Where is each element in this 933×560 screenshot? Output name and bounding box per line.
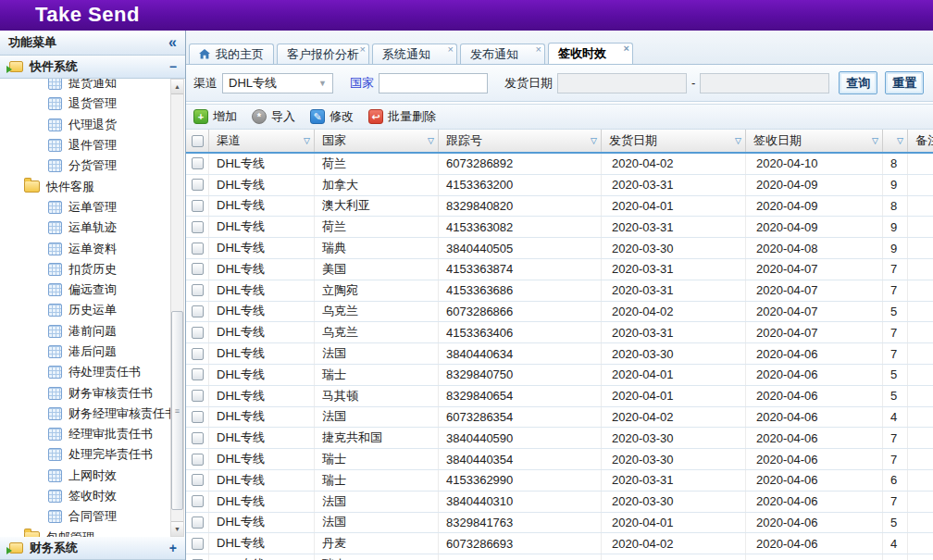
- row-checkbox[interactable]: [192, 411, 204, 423]
- column-header-ship[interactable]: 发货日期: [602, 130, 746, 152]
- row-checkbox[interactable]: [192, 284, 204, 296]
- collapse-section-icon[interactable]: −: [169, 59, 177, 74]
- sidebar-item[interactable]: 合同管理: [0, 506, 185, 527]
- tab-item[interactable]: 我的主页: [189, 44, 274, 64]
- table-row[interactable]: DHL专线法国83298417632020-04-012020-04-065: [186, 513, 933, 534]
- row-checkbox[interactable]: [192, 327, 204, 339]
- row-checkbox[interactable]: [192, 157, 204, 169]
- sidebar-item[interactable]: 财务经理审核责任书: [0, 404, 185, 424]
- sidebar-item[interactable]: 退件管理: [0, 135, 185, 156]
- table-row[interactable]: DHL专线加拿大41533632002020-03-312020-04-099: [186, 175, 933, 196]
- search-button[interactable]: 查询: [839, 71, 877, 94]
- table-row[interactable]: DHL专线瑞典38404405052020-03-302020-04-089: [186, 238, 933, 259]
- column-header-channel[interactable]: 渠道: [209, 130, 315, 152]
- close-tab-icon[interactable]: ×: [448, 44, 454, 55]
- sidebar-item[interactable]: 上网时效: [0, 466, 185, 486]
- row-checkbox[interactable]: [192, 432, 204, 444]
- close-tab-icon[interactable]: ×: [624, 44, 629, 54]
- row-checkbox[interactable]: [192, 348, 204, 360]
- sidebar-item[interactable]: 包邮管理: [0, 528, 185, 537]
- row-checkbox[interactable]: [192, 538, 204, 550]
- table-row[interactable]: DHL专线荷兰41533630822020-03-312020-04-099: [186, 217, 933, 238]
- table-row[interactable]: DHL专线澳大利亚83298408202020-04-012020-04-098: [186, 196, 933, 218]
- sidebar-item[interactable]: 快件客服: [0, 176, 185, 196]
- table-row[interactable]: DHL专线捷克共和国38404405902020-03-302020-04-06…: [186, 428, 933, 449]
- sidebar-item[interactable]: 运单轨迹: [0, 218, 185, 238]
- table-row[interactable]: DHL专线法国38404403102020-03-302020-04-067: [186, 492, 933, 513]
- accordion-express-system[interactable]: 快件系统 −: [0, 56, 185, 79]
- expand-section-icon[interactable]: +: [169, 541, 177, 555]
- ship-date-to-input[interactable]: [700, 73, 829, 93]
- sidebar-item[interactable]: 历史运单: [0, 300, 185, 320]
- edit-button[interactable]: ✎修改: [310, 108, 354, 125]
- column-header-sign[interactable]: 签收日期: [746, 130, 883, 152]
- table-row[interactable]: DHL专线瑞士38404403542020-03-302020-04-067: [186, 449, 933, 470]
- table-row[interactable]: DHL专线乌克兰41533634062020-03-312020-04-077: [186, 322, 933, 343]
- sidebar-item[interactable]: 偏远查询: [0, 280, 185, 300]
- column-header-label: 跟踪号: [446, 132, 482, 149]
- row-checkbox[interactable]: [192, 474, 204, 486]
- close-tab-icon[interactable]: ×: [360, 44, 366, 55]
- reset-button[interactable]: 重置: [885, 71, 924, 94]
- sidebar-item[interactable]: 运单管理: [0, 197, 185, 218]
- import-button[interactable]: *导入: [252, 108, 295, 125]
- sidebar-item[interactable]: 财务审核责任书: [0, 382, 185, 403]
- select-all-checkbox[interactable]: [192, 135, 204, 147]
- table-row[interactable]: DHL专线荷兰60732868922020-04-022020-04-108: [186, 154, 933, 175]
- column-header-days[interactable]: [883, 130, 908, 152]
- scroll-down-icon[interactable]: ▼: [171, 521, 183, 536]
- sidebar-item[interactable]: 提货通知: [0, 79, 185, 93]
- column-header-tracking[interactable]: 跟踪号: [439, 130, 602, 152]
- channel-select[interactable]: DHL专线 ▼: [222, 73, 333, 93]
- add-button[interactable]: +增加: [193, 108, 237, 125]
- sidebar-item[interactable]: 签收时效: [0, 486, 185, 506]
- sidebar-item[interactable]: 经理审批责任书: [0, 424, 185, 444]
- row-checkbox[interactable]: [192, 368, 204, 380]
- cell-sign: 2020-04-09: [746, 175, 883, 195]
- sidebar-item[interactable]: 待处理责任书: [0, 362, 185, 382]
- row-checkbox[interactable]: [192, 305, 204, 317]
- table-row[interactable]: DHL专线法国38404406342020-03-302020-04-067: [186, 343, 933, 365]
- table-row[interactable]: DHL专线瑞士83298407502020-04-012020-04-065: [186, 365, 933, 386]
- sidebar-item[interactable]: 分货管理: [0, 156, 185, 176]
- tab-item[interactable]: 客户报价分析×: [277, 44, 369, 64]
- table-row[interactable]: DHL专线美国41533638742020-03-312020-04-077: [186, 259, 933, 280]
- tab-item[interactable]: 发布通知×: [460, 44, 545, 64]
- table-row[interactable]: DHL专线乌克兰60732868662020-04-022020-04-075: [186, 302, 933, 323]
- row-checkbox[interactable]: [192, 179, 204, 191]
- scroll-up-icon[interactable]: ▲: [171, 80, 183, 94]
- accordion-finance-system[interactable]: 财务系统 +: [0, 537, 185, 560]
- row-checkbox[interactable]: [192, 495, 204, 507]
- table-row[interactable]: DHL专线立陶宛41533636862020-03-312020-04-077: [186, 280, 933, 302]
- country-input[interactable]: [379, 73, 488, 93]
- sidebar-item[interactable]: 港后问题: [0, 342, 185, 362]
- row-checkbox[interactable]: [192, 516, 204, 529]
- row-checkbox[interactable]: [192, 454, 204, 466]
- sidebar-item[interactable]: 处理完毕责任书: [0, 444, 185, 465]
- scrollbar-thumb[interactable]: ≡: [171, 311, 183, 510]
- row-checkbox[interactable]: [192, 243, 204, 255]
- row-checkbox[interactable]: [192, 390, 204, 402]
- row-checkbox[interactable]: [192, 200, 204, 212]
- table-row[interactable]: DHL专线马其顿83298406542020-04-012020-04-065: [186, 386, 933, 407]
- sidebar-item[interactable]: 港前问题: [0, 321, 185, 342]
- close-tab-icon[interactable]: ×: [536, 44, 541, 55]
- table-row[interactable]: DHL专线丹麦60732866932020-04-022020-04-064: [186, 533, 933, 554]
- sidebar-item[interactable]: 运单资料: [0, 238, 185, 258]
- sidebar-item[interactable]: 代理退货: [0, 115, 185, 135]
- sidebar-item[interactable]: 退货管理: [0, 93, 185, 114]
- table-row[interactable]: DHL专线法国60732863542020-04-022020-04-064: [186, 407, 933, 429]
- column-header-remark[interactable]: 备注: [908, 130, 933, 152]
- sidebar-scrollbar[interactable]: ▲ ≡ ▼: [170, 79, 184, 537]
- row-checkbox[interactable]: [192, 221, 204, 233]
- row-checkbox[interactable]: [192, 263, 204, 275]
- batch-delete-button[interactable]: ↩批量删除: [368, 108, 436, 125]
- column-header-country[interactable]: 国家: [315, 130, 439, 152]
- ship-date-from-input[interactable]: [557, 73, 687, 93]
- tab-active[interactable]: 签收时效×: [548, 43, 633, 64]
- table-row[interactable]: DHL专线瑞士38404404502020-03-302020-04-067: [186, 554, 933, 560]
- tab-item[interactable]: 系统通知×: [372, 44, 457, 64]
- sidebar-item[interactable]: 扣货历史: [0, 259, 185, 280]
- collapse-sidebar-icon[interactable]: «: [168, 36, 177, 49]
- table-row[interactable]: DHL专线瑞士41533629902020-03-312020-04-066: [186, 470, 933, 492]
